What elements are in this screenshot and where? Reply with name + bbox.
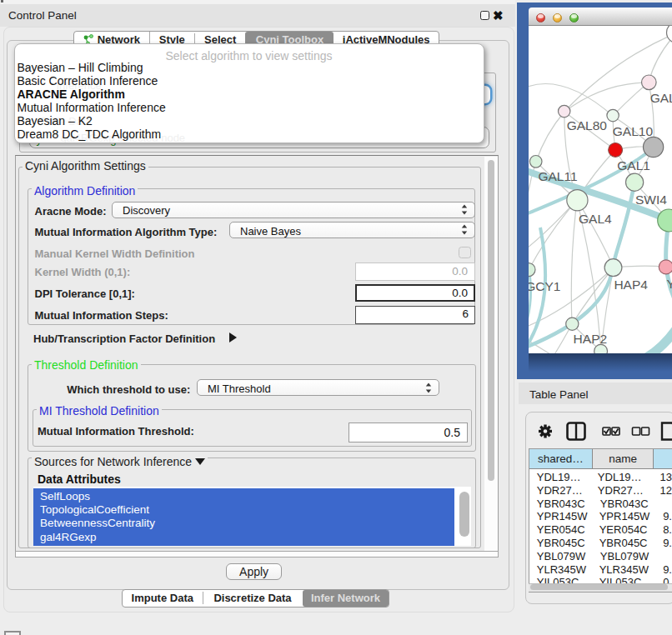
svg-text:GAL11: GAL11 [539, 169, 578, 183]
svg-text:GAL1: GAL1 [618, 158, 651, 172]
svg-text:GCY1: GCY1 [529, 279, 560, 293]
svg-text:HAP2: HAP2 [574, 332, 608, 346]
svg-text:YM: YM [667, 277, 672, 291]
svg-text:GAL10: GAL10 [613, 124, 654, 138]
svg-text:GAL80: GAL80 [567, 118, 608, 132]
svg-text:GAL7: GAL7 [650, 91, 672, 105]
svg-text:GAL4: GAL4 [579, 212, 612, 226]
svg-text:SWI4: SWI4 [635, 192, 667, 207]
svg-text:HAP4: HAP4 [614, 278, 649, 292]
